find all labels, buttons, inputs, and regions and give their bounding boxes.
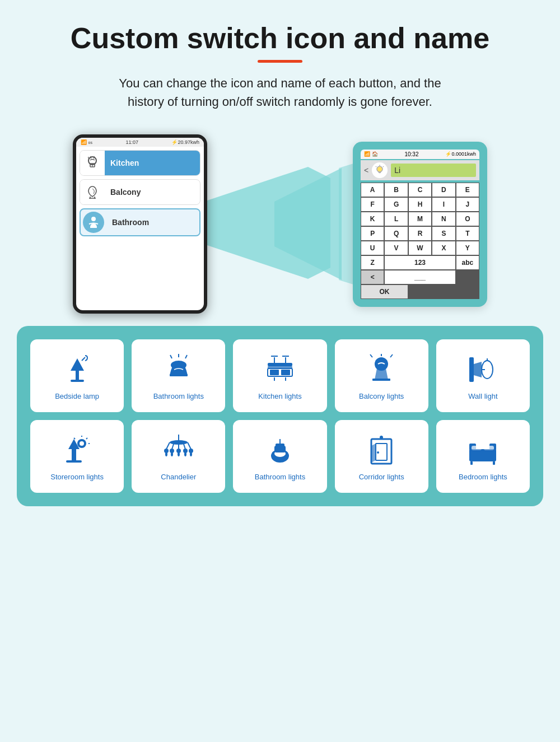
key-P[interactable]: P (361, 227, 384, 240)
balcony-label: Balcony (105, 188, 200, 197)
key-G[interactable]: G (385, 198, 407, 211)
key-U[interactable]: U (361, 241, 384, 255)
svg-rect-18 (170, 374, 188, 376)
icon-card-corridor-lights[interactable]: Corridor lights (335, 420, 428, 493)
key-H[interactable]: H (409, 198, 431, 211)
key-L[interactable]: L (385, 212, 407, 226)
icon-card-kitchen-lights[interactable]: Kitchen lights (233, 339, 326, 412)
keyboard-light-icon (372, 162, 388, 178)
key-X[interactable]: X (432, 241, 455, 255)
kb-time: 10:32 (404, 151, 418, 157)
key-I[interactable]: I (432, 198, 455, 211)
bathroom-lights-1-label: Bathroom lights (153, 392, 204, 402)
key-T[interactable]: T (456, 227, 479, 240)
bathroom-label: Bathroom (106, 210, 199, 235)
key-J[interactable]: J (456, 198, 479, 211)
keyboard-text-field[interactable]: Li (391, 164, 476, 177)
svg-line-49 (74, 438, 75, 439)
svg-line-19 (170, 355, 172, 358)
svg-marker-9 (207, 167, 330, 279)
svg-point-76 (380, 436, 383, 439)
key-E[interactable]: E (456, 183, 479, 197)
wall-light-label: Wall light (468, 392, 497, 402)
kitchen-icon (80, 151, 105, 175)
kb-battery: ⚡0.0001kwh (445, 151, 476, 157)
svg-rect-70 (276, 444, 284, 447)
key-S[interactable]: S (432, 227, 455, 240)
icon-grid: Bedside lamp Bathroom lights (30, 339, 530, 493)
icon-card-bathroom-lights-1[interactable]: Bathroom lights (132, 339, 225, 412)
device-container: 📶 os 11:07 ⚡20.97kwh (73, 134, 207, 314)
svg-line-52 (166, 442, 170, 449)
svg-line-47 (86, 438, 87, 439)
corridor-lights-icon (365, 433, 398, 467)
svg-point-10 (377, 166, 382, 172)
key-K[interactable]: K (361, 212, 384, 226)
balcony-icon (80, 180, 105, 204)
svg-rect-38 (469, 357, 474, 382)
keyboard-back-button[interactable]: < (364, 166, 368, 175)
key-B[interactable]: B (385, 183, 407, 197)
device-row-kitchen[interactable]: Kitchen (80, 150, 200, 176)
key-back[interactable]: < (361, 270, 384, 284)
key-123[interactable]: 123 (385, 256, 455, 269)
device-frame: 📶 os 11:07 ⚡20.97kwh (73, 134, 207, 314)
icon-card-chandelier[interactable]: Chandelier (132, 420, 225, 493)
subtitle-line1: You can change the icon and name of each… (119, 76, 441, 90)
svg-line-13 (383, 166, 384, 167)
key-N[interactable]: N (432, 212, 455, 226)
key-R[interactable]: R (409, 227, 431, 240)
svg-point-8 (91, 217, 96, 221)
svg-line-35 (370, 354, 372, 357)
wall-light-icon (466, 353, 500, 386)
key-Q[interactable]: Q (385, 227, 407, 240)
storeroom-lights-icon (60, 433, 94, 467)
icon-card-wall-light[interactable]: Wall light (436, 339, 530, 412)
key-D[interactable]: D (432, 183, 455, 197)
icon-card-bedside-lamp[interactable]: Bedside lamp (30, 339, 124, 412)
storeroom-lights-label: Storeroom lights (50, 473, 104, 482)
svg-rect-43 (66, 460, 82, 463)
device-row-bathroom[interactable]: Bathroom (80, 208, 200, 236)
icon-card-bedroom-lights[interactable]: Bedroom lights (436, 420, 530, 493)
key-C[interactable]: C (409, 183, 431, 197)
icon-card-balcony-lights[interactable]: Balcony lights (335, 339, 428, 412)
keyboard-panel: 📶 🏠 10:32 ⚡0.0001kwh < Li (353, 142, 487, 307)
kitchen-lights-icon (263, 353, 297, 386)
bedside-lamp-icon (60, 353, 94, 386)
svg-rect-42 (72, 449, 76, 460)
key-space[interactable]: ___ (385, 270, 455, 284)
kitchen-label: Kitchen (105, 151, 200, 175)
beam-space (207, 133, 353, 315)
bottom-section: Bedside lamp Bathroom lights (17, 326, 543, 506)
bulb-icon (374, 165, 385, 176)
demo-area: 📶 os 11:07 ⚡20.97kwh (17, 133, 543, 315)
key-V[interactable]: V (385, 241, 407, 255)
svg-point-66 (190, 452, 192, 456)
svg-rect-82 (469, 449, 496, 452)
key-A[interactable]: A (361, 183, 384, 197)
device-row-balcony[interactable]: Balcony (80, 179, 200, 205)
key-M[interactable]: M (409, 212, 431, 226)
icon-card-bathroom-lights-2[interactable]: Bathroom lights (233, 420, 326, 493)
key-Z[interactable]: Z (361, 256, 384, 269)
svg-rect-83 (470, 461, 473, 465)
key-O[interactable]: O (456, 212, 479, 226)
bathroom-lights-1-icon (162, 353, 195, 386)
bedroom-lights-label: Bedroom lights (459, 473, 507, 482)
device-time: 11:07 (125, 139, 138, 145)
title-underline (258, 60, 302, 63)
corridor-lights-label: Corridor lights (359, 473, 404, 482)
key-ok[interactable]: OK (361, 285, 408, 298)
key-F[interactable]: F (361, 198, 384, 211)
device-status-bar: 📶 os 11:07 ⚡20.97kwh (76, 138, 204, 147)
key-abc[interactable]: abc (456, 256, 479, 269)
icon-card-storeroom-lights[interactable]: Storeroom lights (30, 420, 124, 493)
svg-rect-25 (270, 370, 279, 375)
key-W[interactable]: W (409, 241, 431, 255)
key-Y[interactable]: Y (456, 241, 479, 255)
svg-line-12 (376, 166, 376, 167)
svg-point-45 (80, 441, 84, 446)
svg-rect-26 (281, 370, 290, 375)
keyboard-status-bar: 📶 🏠 10:32 ⚡0.0001kwh (361, 150, 479, 159)
